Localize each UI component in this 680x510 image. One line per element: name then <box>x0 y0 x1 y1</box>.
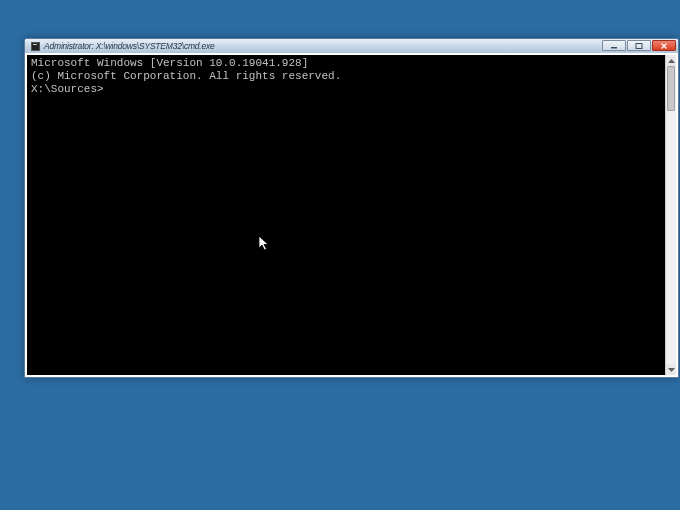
close-button[interactable] <box>652 40 676 51</box>
scroll-track[interactable] <box>666 66 676 364</box>
cmd-window: Administrator: X:\windows\SYSTEM32\cmd.e… <box>24 38 679 378</box>
maximize-button[interactable] <box>627 40 651 51</box>
scroll-down-arrow[interactable] <box>666 364 676 375</box>
titlebar[interactable]: Administrator: X:\windows\SYSTEM32\cmd.e… <box>25 39 678 53</box>
terminal-output[interactable]: Microsoft Windows [Version 10.0.19041.92… <box>27 55 665 375</box>
svg-rect-1 <box>636 43 642 48</box>
vertical-scrollbar[interactable] <box>665 55 676 375</box>
svg-rect-0 <box>611 47 617 49</box>
copyright-line: (c) Microsoft Corporation. All rights re… <box>31 70 661 83</box>
minimize-button[interactable] <box>602 40 626 51</box>
cmd-icon <box>31 42 40 51</box>
content-area: Microsoft Windows [Version 10.0.19041.92… <box>25 53 678 377</box>
scroll-thumb[interactable] <box>667 66 675 111</box>
window-controls <box>602 40 676 51</box>
scroll-up-arrow[interactable] <box>666 55 676 66</box>
prompt: X:\Sources> <box>31 83 104 95</box>
window-title: Administrator: X:\windows\SYSTEM32\cmd.e… <box>44 41 215 51</box>
version-line: Microsoft Windows [Version 10.0.19041.92… <box>31 57 661 70</box>
